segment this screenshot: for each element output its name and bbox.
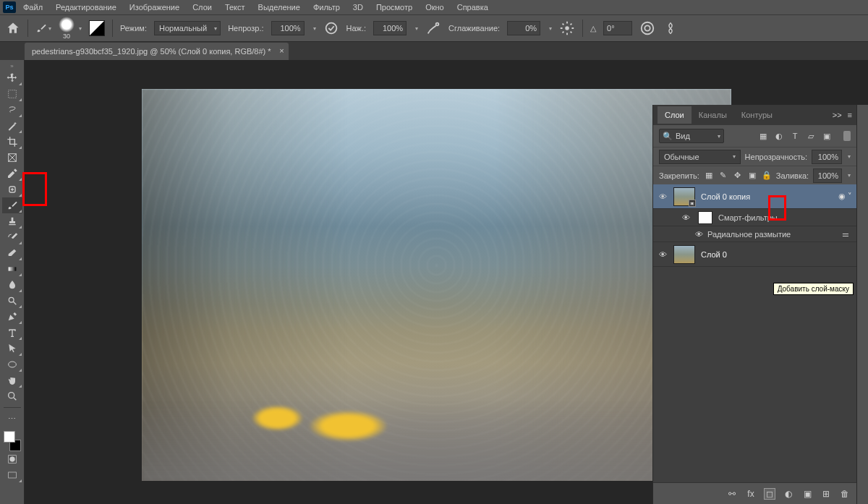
layer-row[interactable]: 👁 ▣ Слой 0 копия ◉ ˅ [653,184,856,209]
layer-thumbnail[interactable] [673,245,695,264]
filter-smart-icon[interactable]: ▣ [822,131,832,141]
filter-toggle[interactable] [843,131,851,141]
toolbox: » ⋯ [0,60,25,504]
delete-layer-icon[interactable]: 🗑 [839,488,851,500]
adjustment-layer-icon[interactable]: ◐ [783,488,794,500]
tab-paths[interactable]: Контуры [734,106,780,124]
pressure-opacity-icon[interactable] [323,20,339,36]
marquee-tool[interactable] [2,86,22,102]
new-layer-icon[interactable]: ⊞ [820,488,832,500]
history-brush-tool[interactable] [2,229,22,245]
type-tool[interactable] [2,325,22,341]
blur-tool[interactable] [2,277,22,293]
lock-pixels-icon[interactable]: ✎ [718,171,728,180]
layer-filter-select[interactable]: 🔍 Вид ▾ [659,129,724,143]
panel-expand-icon[interactable]: >> [833,111,842,119]
dodge-tool[interactable] [2,293,22,309]
pen-tool[interactable] [2,309,22,325]
smart-filters-row[interactable]: 👁 Смарт-фильтры [653,209,856,226]
menu-select[interactable]: Выделение [252,1,306,13]
layer-row[interactable]: 👁 Слой 0 [653,242,856,267]
magic-wand-tool[interactable] [2,118,22,134]
visibility-icon[interactable]: 👁 [682,213,692,222]
airbrush-icon[interactable] [425,20,441,36]
smart-filters-toggle-icon[interactable]: ◉ ˅ [838,192,852,201]
layer-name[interactable]: Слой 0 [701,250,852,259]
blend-mode-select[interactable]: Обычные▾ [659,150,741,164]
panel-menu-icon[interactable]: ≡ [848,111,852,119]
filter-mask-thumbnail[interactable] [698,211,712,224]
menu-file[interactable]: Файл [17,1,48,13]
path-select-tool[interactable] [2,341,22,356]
menu-view[interactable]: Просмотр [370,1,418,13]
menu-layers[interactable]: Слои [187,1,218,13]
brush-panel-icon[interactable] [89,20,105,36]
lock-position-icon[interactable]: ✥ [733,171,743,180]
visibility-icon[interactable]: 👁 [695,230,703,239]
link-layers-icon[interactable]: ⚯ [726,488,738,500]
panel-tabs: Слои Каналы Контуры >> ≡ [653,105,856,125]
lock-all-icon[interactable]: 🔒 [762,171,772,180]
new-group-icon[interactable]: ▣ [801,488,813,500]
menu-edit[interactable]: Редактирование [50,1,122,13]
menu-window[interactable]: Окно [420,1,450,13]
pressure-size-icon[interactable] [639,20,655,36]
brush-tool-icon[interactable]: ▾ [35,20,51,36]
move-tool[interactable] [2,70,22,86]
layer-thumbnail[interactable]: ▣ [673,187,695,206]
lock-artboard-icon[interactable]: ▣ [747,171,757,180]
close-tab-icon[interactable]: × [279,46,284,55]
angle-input[interactable]: 0° [603,21,632,35]
gradient-tool[interactable] [2,261,22,277]
menu-3d[interactable]: 3D [347,1,369,13]
filter-blend-icon[interactable]: ⚌ [842,229,849,239]
add-mask-icon[interactable]: ◻ [764,488,775,500]
frame-tool[interactable] [2,150,22,166]
filter-adjust-icon[interactable]: ◐ [774,131,784,141]
filter-shape-icon[interactable]: ▱ [806,131,816,141]
symmetry-icon[interactable] [663,20,678,36]
smoothing-options-icon[interactable] [559,20,575,36]
stamp-tool[interactable] [2,213,22,229]
color-swatches[interactable] [2,431,22,451]
document-canvas[interactable] [142,89,731,481]
menu-help[interactable]: Справка [451,1,494,13]
visibility-icon[interactable]: 👁 [658,192,668,201]
menu-text[interactable]: Текст [219,1,251,13]
screenmode-icon[interactable] [2,467,22,483]
filter-pixel-icon[interactable]: ▦ [758,131,768,141]
visibility-icon[interactable]: 👁 [658,250,668,259]
filter-type-icon[interactable]: T [790,131,800,141]
flow-input[interactable]: 100% [373,21,407,35]
document-tab[interactable]: pedestrians-g930bcf35_1920.jpg @ 50% (Сл… [25,43,289,60]
zoom-tool[interactable] [2,388,22,404]
menu-image[interactable]: Изображение [124,1,185,13]
opacity-input[interactable]: 100% [271,21,305,35]
layer-opacity-input[interactable]: 100% [812,150,842,164]
eraser-tool[interactable] [2,245,22,261]
layer-fx-icon[interactable]: fx [745,488,757,500]
edit-toolbar-icon[interactable]: ⋯ [2,411,22,427]
lasso-tool[interactable] [2,102,22,118]
smoothing-input[interactable]: 0% [507,21,540,35]
layer-name[interactable]: Слой 0 копия [701,192,833,201]
fill-input[interactable]: 100% [813,168,842,183]
blend-mode-select[interactable]: Нормальный▾ [154,21,221,35]
hand-tool[interactable] [2,372,22,388]
collapsed-panels-strip[interactable] [856,105,868,504]
separator [582,20,583,37]
home-icon[interactable] [6,21,20,35]
brush-size-preview[interactable]: 30 ▾ [59,17,82,40]
tab-layers[interactable]: Слои [658,106,692,124]
filter-row[interactable]: 👁 Радиальное размытие ⚌ [653,226,856,242]
tab-channels[interactable]: Каналы [692,106,734,124]
lock-transparent-icon[interactable]: ▦ [704,171,714,180]
brush-tool[interactable] [2,197,22,213]
healing-tool[interactable] [2,181,22,197]
eyedropper-tool[interactable] [2,166,22,181]
foreground-color[interactable] [4,431,15,443]
menu-filter[interactable]: Фильтр [307,1,346,13]
crop-tool[interactable] [2,134,22,150]
quickmask-icon[interactable] [2,451,22,467]
shape-tool[interactable] [2,356,22,372]
